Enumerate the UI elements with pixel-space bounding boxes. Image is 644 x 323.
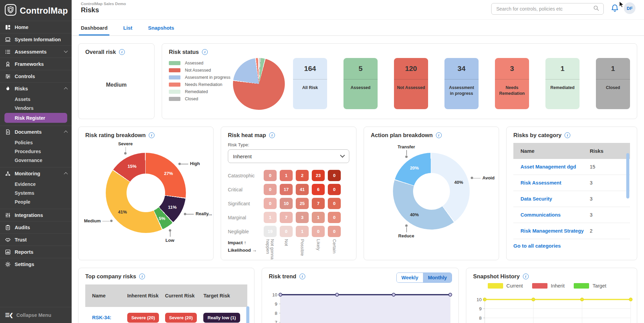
sidebar-item-trust[interactable]: Trust	[0, 234, 72, 246]
sidebar-item-assessments[interactable]: Assessments	[0, 46, 72, 58]
sidebar-item-people[interactable]: People	[0, 197, 72, 206]
svg-text:8: 8	[275, 311, 277, 316]
top-risks-scrollbar[interactable]	[246, 306, 249, 323]
main-area: ControlMap Sales Demo Risks DF Dashboard…	[72, 0, 644, 323]
column-header-current-risk: Current Risk	[165, 293, 204, 298]
info-icon[interactable]: i	[119, 49, 125, 55]
shield-logo-icon	[4, 4, 17, 17]
legend-swatch	[488, 283, 503, 289]
sidebar-item-vendors[interactable]: Vendors	[0, 104, 72, 113]
trend-period-toggle: WeeklyMonthly	[396, 273, 452, 283]
risk-severity-badge: Really low (1)	[203, 313, 240, 323]
sidebar-item-system-information[interactable]: System Information	[0, 33, 72, 45]
label-leader-line	[126, 147, 126, 152]
risk-link-rsk-34[interactable]: RSK-34:	[92, 315, 111, 320]
column-header-name: Name	[513, 148, 590, 154]
stat-label: Remediated	[545, 79, 580, 91]
donut-label-really: Really...	[195, 211, 212, 216]
stat-value: 164	[293, 58, 327, 79]
sidebar-item-audits[interactable]: Audits	[0, 221, 72, 233]
info-icon[interactable]: i	[149, 132, 155, 138]
sidebar-item-home[interactable]: Home	[0, 21, 72, 33]
sidebar-item-label: Trust	[15, 237, 27, 243]
heat-map-cell: 0	[280, 226, 293, 237]
legend-label: Needs Remediation	[185, 82, 222, 87]
info-icon[interactable]: i	[436, 132, 442, 138]
risk-rating-title: Risk rating breakdown	[85, 132, 146, 138]
app-logo[interactable]: ControlMap	[0, 0, 72, 21]
category-link-asset-management-dgd[interactable]: Asset Management dgd	[521, 164, 576, 170]
legend-swatch	[169, 97, 180, 101]
category-link-data-security[interactable]: Data Security	[521, 196, 552, 202]
tab-list[interactable]: List	[123, 20, 132, 35]
risk-trend-chart: 10987	[269, 284, 452, 323]
donut-label-severe: Severe	[118, 141, 133, 146]
tab-snapshots[interactable]: Snapshots	[148, 20, 174, 35]
sidebar-item-settings[interactable]: Settings	[0, 258, 72, 270]
info-icon[interactable]: i	[299, 274, 305, 279]
sidebar-item-documents[interactable]: Documents	[0, 126, 72, 138]
category-link-communications[interactable]: Communications	[521, 212, 561, 218]
svg-text:9: 9	[275, 302, 277, 307]
svg-text:7: 7	[275, 320, 277, 323]
app-name: ControlMap	[20, 6, 68, 16]
collapse-menu-button[interactable]: ☰❮ Collapse Menu	[0, 307, 72, 323]
category-link-risk-assessment[interactable]: Risk Assessment	[521, 180, 561, 186]
sidebar-item-label: Settings	[15, 262, 34, 267]
sidebar-item-governance[interactable]: Governance	[0, 156, 72, 165]
column-header-inherent-risk: Inherent Risk	[127, 293, 165, 298]
toggle-monthly[interactable]: Monthly	[423, 273, 452, 282]
info-icon[interactable]: i	[269, 132, 275, 138]
donut-slice-percent-medium: 41%	[118, 209, 127, 215]
heat-map-cell: 3	[296, 212, 309, 223]
sidebar-item-reports[interactable]: Reports	[0, 246, 72, 258]
overall-risk-title: Overall risk	[85, 49, 116, 55]
table-row: RSK-34:Severe (20)Severe (20)Really low …	[85, 307, 247, 323]
heat-map-row-label: Negligible	[228, 229, 261, 234]
chevron-up-icon	[64, 87, 68, 91]
heat-map-cell: 6	[312, 184, 325, 195]
sidebar-item-controls[interactable]: Controls	[0, 70, 72, 82]
label-leader-dot	[169, 229, 171, 232]
risk-status-stat-remediated: 1Remediated	[545, 58, 580, 109]
stat-value: 3	[495, 58, 529, 79]
sidebar-item-evidence[interactable]: Evidence	[0, 180, 72, 189]
toggle-weekly[interactable]: Weekly	[397, 273, 423, 282]
legend-label: Closed	[185, 97, 198, 101]
sidebar-item-procedures[interactable]: Procedures	[0, 147, 72, 156]
search-input[interactable]	[496, 6, 590, 12]
donut-slice-percent-reduce: 40%	[410, 212, 419, 217]
user-avatar[interactable]: DF	[624, 2, 635, 14]
legend-swatch	[169, 83, 180, 87]
sidebar-item-integrations[interactable]: Integrations	[0, 209, 72, 221]
category-table-scrollbar[interactable]	[626, 153, 629, 199]
risk-type-select[interactable]: Inherent	[228, 149, 349, 163]
info-icon[interactable]: i	[565, 132, 570, 138]
info-icon[interactable]: i	[139, 274, 145, 279]
legend-item: Assessed	[169, 61, 233, 65]
risk-rating-breakdown-card: Risk rating breakdown i 27%High11%Really…	[78, 127, 214, 260]
heat-map-cell: 0	[328, 226, 341, 237]
sidebar-item-risk-register[interactable]: Risk Register	[4, 113, 67, 123]
column-header-risks: Risks	[590, 148, 630, 154]
heat-map-cell: 0	[328, 170, 341, 181]
notifications-bell-icon[interactable]	[611, 4, 619, 14]
info-icon[interactable]: i	[202, 49, 208, 55]
tab-dashboard[interactable]: Dashboard	[81, 20, 107, 35]
risk-status-stat-needs-remediation: 3Needs Remediation	[495, 58, 529, 109]
category-link-risk-management-strategy[interactable]: Risk Management Strategy	[521, 228, 584, 234]
risk-status-stat-assessed: 5Assessed	[343, 58, 378, 109]
sidebar-item-assets[interactable]: Assets	[0, 95, 72, 104]
sidebar-item-systems[interactable]: Systems	[0, 189, 72, 197]
sidebar-item-risks[interactable]: Risks	[0, 83, 72, 94]
label-leader-dot	[405, 224, 408, 227]
go-to-all-categories-link[interactable]: Go to all categories	[513, 243, 630, 249]
sidebar-item-monitoring[interactable]: Monitoring	[0, 167, 72, 179]
overall-risk-value: Medium	[106, 82, 127, 88]
risk-type-value: Inherent	[233, 153, 252, 159]
sidebar-item-frameworks[interactable]: Frameworks	[0, 58, 72, 70]
info-icon[interactable]: i	[523, 274, 529, 279]
sidebar-item-policies[interactable]: Policies	[0, 138, 72, 147]
category-risk-count: 15	[590, 164, 630, 170]
sidebar-item-label: Frameworks	[15, 61, 44, 67]
